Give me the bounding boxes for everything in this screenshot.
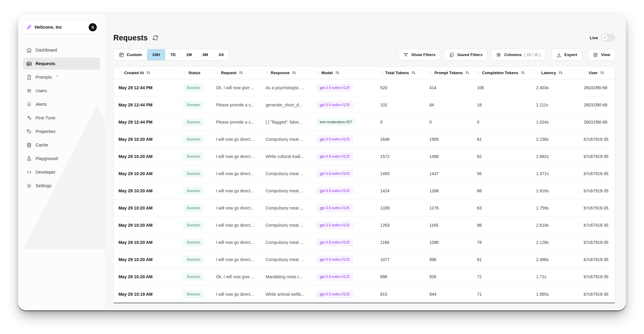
time-range-custom-button[interactable]: Custom — [114, 49, 147, 60]
grip-icon — [535, 71, 539, 75]
time-range-option-24h[interactable]: 24H — [147, 49, 165, 60]
sidebar-item-alerts[interactable]: Alerts — [23, 98, 100, 110]
user-avatar[interactable]: S — [89, 23, 97, 31]
table-row[interactable]: May 29 10:20 AMSuccessI will now go dire… — [114, 131, 615, 148]
columns-count: ( 15 / 15 ) — [524, 53, 541, 57]
status-badge: Success — [183, 256, 204, 263]
users-icon — [26, 88, 32, 94]
model-badge: gpt-3.5-turbo-0125 — [316, 291, 353, 298]
refresh-button[interactable] — [152, 35, 159, 41]
button-label: Saved Filters — [457, 52, 482, 57]
page-title: Requests — [113, 33, 148, 42]
sidebar-item-label: Developer — [36, 170, 55, 175]
sidebar-item-dashboard[interactable]: Dashboard — [23, 44, 100, 56]
cell-total-tokens: 998 — [375, 274, 425, 279]
table-row[interactable]: May 29 10:20 AMSuccessI will now go dire… — [114, 217, 615, 234]
show-filters-button[interactable]: Show Filters — [398, 49, 440, 61]
column-header-model[interactable]: Model — [311, 71, 375, 75]
table-row[interactable]: May 29 12:44 PMSuccessPlease provide a s… — [114, 114, 615, 131]
cell-total-tokens: 520 — [375, 85, 425, 90]
cell-response: generate_short_d... — [261, 102, 311, 107]
column-header-created-at[interactable]: Created At — [114, 71, 178, 75]
cell-request: I will now go direct... — [211, 154, 261, 159]
cell-total-tokens: 102 — [375, 102, 425, 107]
cell-response: While animal welfa... — [261, 292, 311, 297]
column-label: Completion Tokens — [482, 71, 518, 75]
time-range-option-all[interactable]: All — [213, 49, 229, 60]
cell-total-tokens: 1493 — [375, 171, 425, 176]
time-range-option-label: 24H — [152, 52, 160, 57]
code-icon — [26, 169, 32, 175]
cell-model: gpt-3.5-turbo-0125 — [311, 187, 375, 194]
cell-request: I will now go direct... — [211, 171, 261, 176]
view-button[interactable]: View — [588, 49, 615, 61]
time-range-option-3m[interactable]: 3M — [197, 49, 213, 60]
time-range-option-label: 3M — [202, 52, 208, 57]
sidebar-item-prompts[interactable]: Prompts✦ — [23, 71, 100, 83]
table-row[interactable]: May 29 10:20 AMSuccessI will now go dire… — [114, 182, 615, 200]
export-button[interactable]: Export — [551, 49, 582, 61]
table-row[interactable]: May 29 10:20 AMSuccessI will now go dire… — [114, 200, 615, 217]
sidebar-item-users[interactable]: Users — [23, 85, 100, 97]
column-header-response[interactable]: Response — [261, 71, 311, 75]
cell-model: gpt-3.5-turbo-0125 — [311, 153, 375, 160]
cell-user: b7c67919-35 — [579, 188, 612, 193]
cell-request: Ok, I will now give ... — [211, 274, 261, 279]
calendar-icon — [119, 52, 124, 58]
table-row[interactable]: May 29 10:19 AMSuccessI will now go dire… — [114, 285, 615, 303]
cell-response: Compulsory meat ... — [261, 257, 311, 262]
time-range-option-7d[interactable]: 7D — [165, 49, 181, 60]
sidebar-item-label: Requests — [36, 61, 55, 66]
org-switcher[interactable]: Helicone, Inc S — [23, 20, 100, 34]
table-row[interactable]: May 29 10:20 AMSuccessI will now go dire… — [114, 165, 615, 182]
table-row[interactable]: May 29 10:20 AMSuccessOk, I will now giv… — [114, 268, 615, 285]
cell-status: Success — [178, 291, 211, 298]
sidebar-item-label: Properties — [36, 129, 55, 134]
sidebar-item-cache[interactable]: Cache — [23, 139, 100, 151]
table-row[interactable]: May 29 12:44 PMSuccessPlease provide a s… — [114, 96, 615, 114]
table-row[interactable]: May 29 10:20 AMSuccessI will now go dire… — [114, 234, 615, 251]
sidebar-item-properties[interactable]: Properties — [23, 125, 100, 137]
table-row[interactable]: May 29 12:44 PMSuccessOk, I will now giv… — [114, 79, 615, 96]
cell-total-tokens: 1077 — [375, 257, 425, 262]
column-header-status[interactable]: Status — [178, 71, 211, 75]
status-badge: Success — [183, 170, 204, 177]
column-header-request[interactable]: Request — [211, 71, 261, 75]
table-row[interactable]: May 29 10:20 AMSuccessI will now go dire… — [114, 251, 615, 268]
columns-button[interactable]: Columns( 15 / 15 ) — [491, 49, 545, 61]
live-toggle[interactable]: ✳ — [601, 34, 615, 42]
column-label: Created At — [124, 71, 144, 75]
table-row[interactable]: May 29 10:20 AMSuccessI will now go dire… — [114, 148, 615, 165]
cell-response: Compulsory meat ... — [261, 240, 311, 245]
sidebar-item-fine-tune[interactable]: Fine-Tune — [23, 112, 100, 124]
cell-response: Compulsory meat ... — [261, 223, 311, 228]
app-window: Helicone, Inc S DashboardRequestsPrompts… — [18, 14, 626, 310]
cell-created-at: May 29 10:20 AM — [114, 240, 178, 245]
sidebar-item-playground[interactable]: Playground — [23, 153, 100, 165]
toolbar-row: Custom24H7D1M3MAll Show FiltersSaved Fil… — [113, 49, 615, 61]
cell-status: Success — [178, 136, 211, 143]
model-badge: gpt-3.5-turbo-0125 — [316, 256, 353, 263]
column-header-completion-tokens[interactable]: Completion Tokens — [472, 71, 531, 75]
column-header-prompt-tokens[interactable]: Prompt Tokens — [425, 71, 472, 75]
table-header-row: Created AtStatusRequestResponseModelTota… — [114, 67, 615, 79]
sort-icon — [411, 71, 416, 75]
table-icon — [26, 61, 32, 67]
cell-user: b7c67919-35 — [579, 206, 612, 210]
sidebar-item-requests[interactable]: Requests — [23, 58, 100, 70]
cell-request: I will now go direct... — [211, 292, 261, 297]
column-header-user[interactable]: User — [579, 71, 612, 75]
sidebar-item-settings[interactable]: Settings — [23, 180, 100, 192]
saved-filters-button[interactable]: Saved Filters — [444, 49, 487, 61]
cell-model: gpt-3.5-turbo-0125 — [311, 101, 375, 109]
sidebar-item-developer[interactable]: Developer — [23, 166, 100, 178]
cell-completion-tokens: 56 — [472, 171, 531, 176]
cell-latency: 1.71s — [531, 274, 579, 279]
column-header-total-tokens[interactable]: Total Tokens — [375, 71, 425, 75]
column-label: Response — [271, 71, 289, 75]
time-range-option-1m[interactable]: 1M — [181, 49, 197, 60]
cell-user: 26031f90-68 — [579, 85, 612, 90]
column-header-latency[interactable]: Latency — [531, 71, 579, 75]
sparkles-icon — [26, 115, 32, 121]
cell-user: b7c67919-35 — [579, 274, 612, 279]
